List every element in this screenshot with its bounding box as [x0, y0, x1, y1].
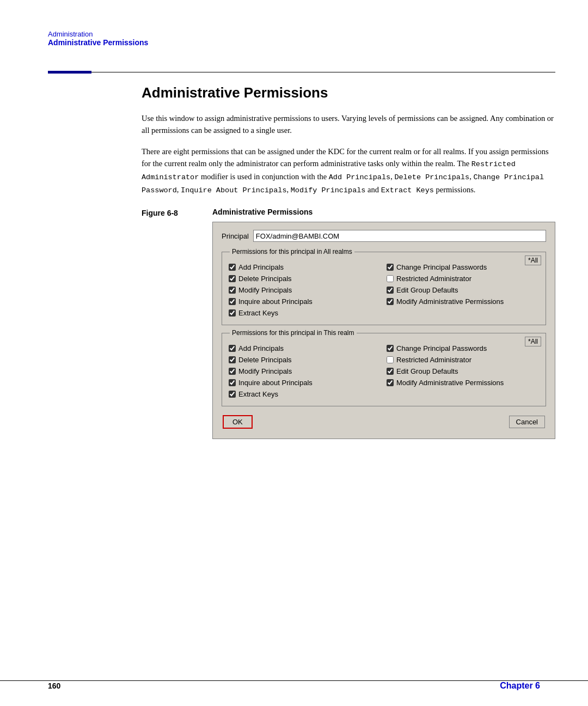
principal-label: Principal [222, 232, 249, 240]
figure-row: Figure 6-8 Administrative Permissions Pr… [142, 208, 555, 439]
figure-label: Figure 6-8 [142, 208, 212, 439]
checkbox-add-principals-all[interactable]: Add Principals [229, 263, 381, 271]
main-content: Administrative Permissions Use this wind… [142, 84, 555, 439]
p2-text-mid: modifier is used in conjunction with the [199, 172, 328, 181]
p2-text-end: permissions. [434, 185, 476, 194]
p2-code6: Modify Principals [291, 186, 366, 194]
dialog-buttons: OK Cancel [222, 415, 546, 429]
checkbox-edit-group-defaults-this[interactable]: Edit Group Defaults [387, 367, 539, 375]
breadcrumb: Administration Administrative Permission… [48, 30, 148, 47]
p2-code5: Inquire About Principals [181, 186, 286, 194]
all-realms-legend: Permissions for this principal in All re… [230, 248, 354, 255]
breadcrumb-current[interactable]: Administrative Permissions [48, 38, 148, 47]
page-title: Administrative Permissions [142, 84, 555, 101]
checkbox-modify-principals-this[interactable]: Modify Principals [229, 367, 381, 375]
ok-button[interactable]: OK [223, 415, 253, 429]
figure-caption: Administrative Permissions [212, 208, 555, 216]
checkbox-modify-admin-perms-all[interactable]: Modify Administrative Permissions [387, 297, 539, 306]
checkbox-delete-principals-this[interactable]: Delete Principals [229, 356, 381, 364]
checkbox-modify-principals-all[interactable]: Modify Principals [229, 286, 381, 294]
top-rule [48, 71, 555, 74]
paragraph-2: There are eight permissions that can be … [142, 145, 555, 197]
cancel-button[interactable]: Cancel [509, 416, 545, 428]
p2-code3: Delete Principals [394, 173, 469, 181]
this-realm-legend: Permissions for this principal in This r… [230, 329, 357, 337]
checkbox-extract-keys-this[interactable]: Extract Keys [229, 390, 381, 398]
footer: 160 Chapter 6 [0, 680, 588, 691]
figure-content: Administrative Permissions Principal Per… [212, 208, 555, 439]
dialog-box: Principal Permissions for this principal… [212, 222, 555, 439]
checkbox-change-passwords-all[interactable]: Change Principal Passwords [387, 263, 539, 271]
p2-comma3: , [177, 185, 181, 194]
checkbox-inquire-all[interactable]: Inquire about Principals [229, 297, 381, 306]
p2-and: and [365, 185, 381, 194]
this-realm-checkboxes: Add Principals Change Principal Password… [229, 344, 539, 398]
checkbox-extract-keys-all[interactable]: Extract Keys [229, 309, 381, 317]
principal-input[interactable] [253, 230, 546, 242]
all-realms-checkboxes: Add Principals Change Principal Password… [229, 263, 539, 317]
all-realms-group: Permissions for this principal in All re… [222, 252, 546, 325]
p2-code7: Extract Keys [381, 186, 434, 194]
footer-chapter: Chapter 6 [500, 681, 540, 691]
p2-code2: Add Principals [329, 173, 390, 181]
checkbox-edit-group-defaults-all[interactable]: Edit Group Defaults [387, 286, 539, 294]
footer-page-number: 160 [48, 681, 60, 690]
paragraph-1: Use this window to assign administrative… [142, 112, 555, 137]
p2-comma4: , [287, 185, 291, 194]
checkbox-change-passwords-this[interactable]: Change Principal Passwords [387, 344, 539, 352]
rule-line [91, 72, 555, 72]
principal-row: Principal [222, 230, 546, 242]
breadcrumb-parent[interactable]: Administration [48, 30, 148, 38]
rule-blue-block [48, 71, 91, 74]
this-realm-all-button[interactable]: *All [525, 337, 541, 346]
checkbox-restricted-admin-all[interactable]: Restricted Administrator [387, 275, 539, 283]
checkbox-modify-admin-perms-this[interactable]: Modify Administrative Permissions [387, 379, 539, 387]
checkbox-inquire-this[interactable]: Inquire about Principals [229, 379, 381, 387]
checkbox-delete-principals-all[interactable]: Delete Principals [229, 275, 381, 283]
this-realm-group: Permissions for this principal in This r… [222, 333, 546, 406]
all-realms-all-button[interactable]: *All [525, 255, 541, 265]
checkbox-restricted-admin-this[interactable]: Restricted Administrator [387, 356, 539, 364]
checkbox-add-principals-this[interactable]: Add Principals [229, 344, 381, 352]
